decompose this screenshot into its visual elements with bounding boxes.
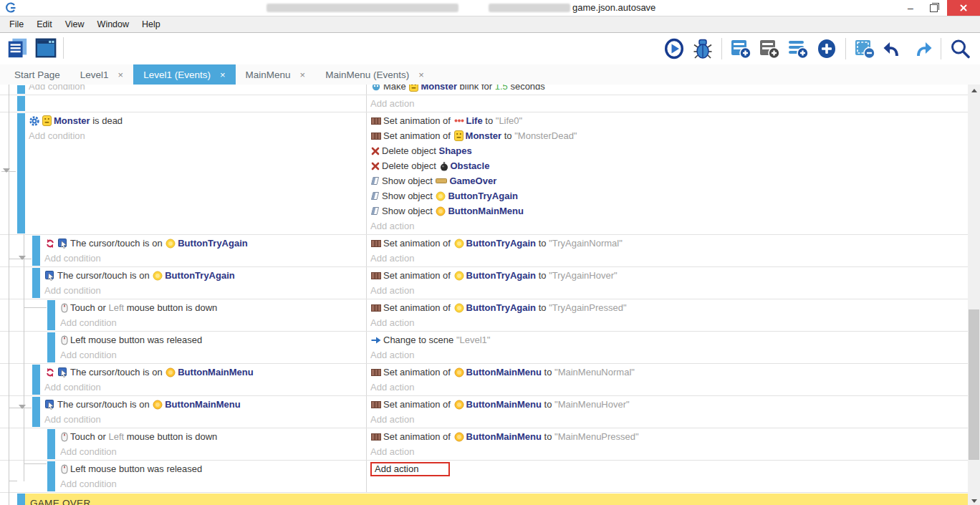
- tab-close-icon[interactable]: ×: [220, 70, 226, 80]
- add-action-button[interactable]: Add action: [370, 315, 968, 330]
- condition-line[interactable]: Left mouse button was released: [60, 461, 366, 476]
- action-line[interactable]: Set animation of ButtonMainMenu to "Main…: [370, 397, 968, 412]
- action-line[interactable]: Set animation of ButtonTryAgain to "TryA…: [370, 300, 968, 315]
- debugger-icon[interactable]: [691, 37, 714, 60]
- behavior-gear-icon: [29, 116, 39, 126]
- add-action-button[interactable]: Add action: [370, 412, 968, 427]
- fold-event-toggle-icon[interactable]: [3, 168, 10, 173]
- add-condition-button[interactable]: Add condition: [60, 444, 366, 459]
- menu-edit[interactable]: Edit: [30, 16, 59, 32]
- scroll-up-button[interactable]: [968, 85, 980, 96]
- add-action-button[interactable]: Add action: [370, 461, 968, 476]
- add-condition-button[interactable]: Add condition: [29, 128, 366, 143]
- event-block[interactable]: Touch or Left mouse button is downAdd co…: [0, 299, 968, 332]
- action-line[interactable]: Change to scene "Level1": [370, 332, 968, 347]
- event-block[interactable]: The cursor/touch is on ButtonMainMenuAdd…: [0, 364, 968, 396]
- scroll-down-button[interactable]: [968, 495, 980, 505]
- add-condition-button[interactable]: Add condition: [44, 380, 366, 395]
- event-block[interactable]: Add conditionMake Monster blink for 1.5 …: [0, 85, 968, 95]
- tab-level1[interactable]: Level1×: [70, 64, 133, 85]
- tab-close-icon[interactable]: ×: [118, 70, 124, 80]
- condition-line[interactable]: The cursor/touch is on ButtonMainMenu: [44, 365, 366, 380]
- scrollbar-thumb[interactable]: [969, 309, 979, 460]
- tab-mainmenu-events-[interactable]: MainMenu (Events)×: [315, 64, 434, 85]
- close-button[interactable]: [947, 0, 980, 16]
- action-line[interactable]: Set animation of ButtonMainMenu to "Main…: [370, 365, 968, 380]
- minimize-button[interactable]: –: [900, 0, 921, 16]
- tab-close-icon[interactable]: ×: [418, 70, 424, 80]
- add-condition-button[interactable]: Add condition: [60, 347, 366, 362]
- object-name: Shapes: [439, 145, 472, 156]
- fold-event-toggle-icon[interactable]: [19, 256, 26, 260]
- action-line[interactable]: Make Monster blink for 1.5 seconds: [370, 85, 968, 94]
- add-condition-button[interactable]: Add condition: [44, 412, 366, 427]
- add-condition-button[interactable]: Add condition: [60, 315, 366, 330]
- tab-mainmenu[interactable]: MainMenu×: [236, 64, 316, 85]
- event-selection-bar: [17, 113, 25, 234]
- fold-event-toggle-icon[interactable]: [19, 405, 26, 409]
- action-line[interactable]: Delete object Obstacle: [370, 158, 968, 173]
- add-action-button[interactable]: Add action: [370, 251, 968, 266]
- action-line[interactable]: Show object ButtonTryAgain: [370, 188, 968, 203]
- set-animation-icon: [371, 133, 381, 140]
- event-block[interactable]: Add action: [0, 95, 968, 112]
- add-action-button[interactable]: Add action: [370, 444, 968, 459]
- add-action-button[interactable]: Add action: [370, 283, 968, 298]
- add-new-event-icon[interactable]: [815, 37, 838, 60]
- event-block[interactable]: Monster is deadAdd conditionSet animatio…: [0, 112, 968, 235]
- redo-icon[interactable]: [911, 37, 933, 60]
- sentence-text: Set animation of: [383, 270, 453, 281]
- tab-level1-events-[interactable]: Level1 (Events)×: [133, 64, 235, 85]
- placeholder-text: Add condition: [44, 414, 101, 425]
- vertical-scrollbar[interactable]: [968, 85, 980, 505]
- menu-file[interactable]: File: [3, 16, 30, 32]
- menu-help[interactable]: Help: [135, 16, 167, 32]
- search-icon[interactable]: [948, 37, 971, 60]
- action-line[interactable]: Set animation of ButtonTryAgain to "TryA…: [370, 268, 968, 283]
- condition-line[interactable]: Monster is dead: [29, 113, 366, 128]
- condition-line[interactable]: Touch or Left mouse button is down: [60, 300, 366, 315]
- action-line[interactable]: Delete object Shapes: [370, 143, 968, 158]
- add-sub-event-icon[interactable]: [758, 37, 781, 60]
- project-manager-icon[interactable]: [6, 37, 29, 59]
- add-action-button[interactable]: Add action: [370, 380, 968, 395]
- condition-line[interactable]: The cursor/touch is on ButtonMainMenu: [44, 397, 366, 412]
- add-condition-button[interactable]: Add condition: [60, 476, 366, 491]
- condition-line[interactable]: Left mouse button was released: [60, 332, 366, 347]
- add-action-button[interactable]: Add action: [370, 347, 968, 362]
- condition-line[interactable]: Touch or Left mouse button is down: [60, 429, 366, 444]
- scene-editors-icon[interactable]: [34, 37, 57, 59]
- condition-line[interactable]: The cursor/touch is on ButtonTryAgain: [44, 268, 366, 283]
- tab-close-icon[interactable]: ×: [300, 70, 306, 80]
- add-condition-button[interactable]: Add condition: [44, 251, 366, 266]
- menu-window[interactable]: Window: [91, 16, 135, 32]
- action-line[interactable]: Set animation of ButtonTryAgain to "TryA…: [370, 236, 968, 251]
- add-comment-icon[interactable]: [787, 37, 810, 60]
- action-line[interactable]: Set animation of Life to "Life0": [370, 113, 968, 128]
- remove-event-icon[interactable]: [853, 37, 876, 60]
- add-event-icon[interactable]: [729, 37, 752, 60]
- event-block[interactable]: Left mouse button was releasedAdd condit…: [0, 332, 968, 364]
- comment-event[interactable]: GAME OVER: [0, 493, 968, 505]
- action-line[interactable]: Show object GameOver: [370, 173, 968, 188]
- add-action-button[interactable]: Add action: [370, 218, 968, 234]
- add-action-button[interactable]: Add action: [370, 96, 968, 111]
- event-block[interactable]: The cursor/touch is on ButtonTryAgainAdd…: [0, 267, 968, 299]
- play-icon[interactable]: [663, 37, 686, 60]
- action-line[interactable]: Set animation of Monster to "MonsterDead…: [370, 128, 968, 143]
- action-line[interactable]: Show object ButtonMainMenu: [370, 203, 968, 218]
- maximize-button[interactable]: [923, 0, 944, 16]
- event-block[interactable]: Left mouse button was releasedAdd condit…: [0, 461, 968, 493]
- set-animation-icon: [371, 117, 381, 125]
- add-condition-button[interactable]: Add condition: [29, 85, 366, 94]
- event-block[interactable]: The cursor/touch is on ButtonTryAgainAdd…: [0, 235, 968, 267]
- event-block[interactable]: The cursor/touch is on ButtonMainMenuAdd…: [0, 396, 968, 428]
- object-name: Monster: [54, 115, 90, 126]
- tab-start-page[interactable]: Start Page: [4, 64, 70, 85]
- undo-icon[interactable]: [882, 37, 905, 60]
- action-line[interactable]: Set animation of ButtonMainMenu to "Main…: [370, 429, 968, 444]
- event-block[interactable]: Touch or Left mouse button is downAdd co…: [0, 428, 968, 461]
- menu-view[interactable]: View: [59, 16, 91, 32]
- add-condition-button[interactable]: Add condition: [44, 283, 366, 298]
- condition-line[interactable]: The cursor/touch is on ButtonTryAgain: [44, 236, 366, 251]
